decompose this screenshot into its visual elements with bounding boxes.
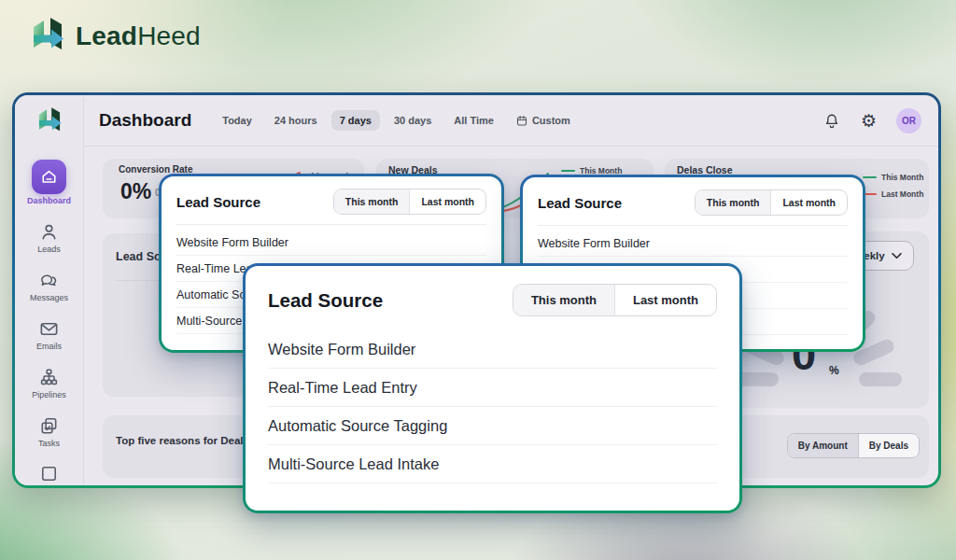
sidebar: Dashboard Leads Messages Emails [15,95,84,485]
home-icon [32,160,66,194]
leadheed-logo-icon [28,15,67,58]
amount-deals-toggle: By Amount By Deals [787,433,920,458]
legend-last-month: Last Month [863,189,923,199]
month-toggle: This month Last month [513,284,717,316]
by-amount-button[interactable]: By Amount [788,434,859,457]
filter-7-days[interactable]: 7 days [331,110,380,131]
lead-source-title: Lead Source [268,289,383,312]
sidebar-item-partial[interactable] [38,464,60,485]
card-title: Top five reasons for Deal [116,435,244,446]
sidebar-item-leads[interactable]: Leads [37,221,61,254]
tab-this-month[interactable]: This month [334,189,411,214]
lead-source-title: Lead Source [176,194,260,210]
brand-logo: LeadHeed [28,15,201,58]
brand-name: LeadHeed [76,21,201,51]
lead-source-overlay-3: Lead Source This month Last month Websit… [243,263,742,513]
tab-last-month[interactable]: Last month [410,189,485,214]
gauge-unit: % [829,364,839,377]
by-deals-button[interactable]: By Deals [859,434,919,457]
sidebar-item-label: Emails [36,342,62,351]
chevron-down-icon [892,253,902,259]
sidebar-item-label: Messages [30,293,68,302]
lead-source-title: Lead Source [538,195,622,211]
folder-icon [38,464,60,485]
bell-icon[interactable] [822,111,841,131]
tab-last-month[interactable]: Last month [771,190,847,215]
legend-this-month: This Month [863,173,923,182]
month-toggle: This month Last month [695,189,848,216]
filter-today[interactable]: Today [214,110,260,131]
tab-last-month[interactable]: Last month [615,285,716,315]
sidebar-item-label: Leads [37,245,61,254]
sidebar-item-label: Dashboard [27,196,71,205]
list-item: Website Form Builder [268,330,717,369]
tab-this-month[interactable]: This month [696,190,772,215]
time-filters: Today 24 hours 7 days 30 days All Time C… [214,110,579,132]
month-toggle: This month Last month [333,189,486,215]
sidebar-item-label: Pipelines [32,390,66,399]
page-title: Dashboard [99,110,191,131]
person-icon [38,221,60,243]
conversion-value: 0% [120,179,151,204]
chat-icon [38,270,60,291]
avatar[interactable]: OR [896,108,921,133]
window-header: Dashboard Today 24 hours 7 days 30 days … [84,95,938,147]
gear-icon[interactable]: ⚙ [861,112,877,130]
envelope-icon [38,318,60,340]
sidebar-item-tasks[interactable]: Tasks [38,415,60,448]
filter-all-time[interactable]: All Time [445,110,502,131]
list-item: Automatic Source Tagging [268,407,717,445]
tab-this-month[interactable]: This month [513,285,615,315]
list-item: Real-Time Lead Entry [268,369,717,407]
filter-30-days[interactable]: 30 days [386,110,440,131]
pipeline-icon [38,367,60,388]
sidebar-item-messages[interactable]: Messages [30,270,68,302]
filter-24-hours[interactable]: 24 hours [266,110,326,131]
sidebar-item-pipelines[interactable]: Pipelines [32,367,66,399]
list-item: Multi-Source Lead Intake [268,445,717,483]
gauge-dash [859,372,902,386]
sidebar-logo-icon [35,105,64,137]
list-item: Website Form Builder [176,230,486,256]
sidebar-item-emails[interactable]: Emails [36,318,62,351]
list-item: Website Form Builder [538,231,848,257]
filter-custom[interactable]: Custom [508,110,579,132]
sidebar-item-label: Tasks [38,439,60,448]
calendar-icon [516,115,527,127]
tasks-icon [38,415,60,437]
sidebar-item-dashboard[interactable]: Dashboard [27,160,71,205]
